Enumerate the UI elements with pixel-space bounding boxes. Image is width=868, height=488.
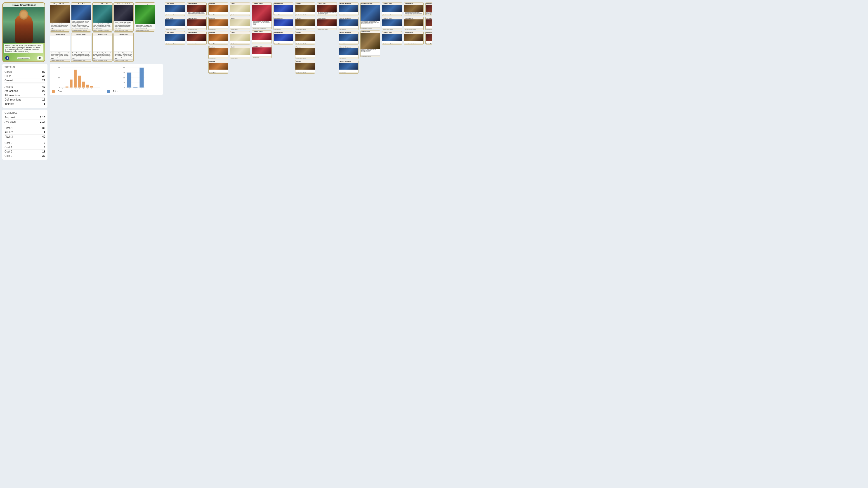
staunch-response-large[interactable]: Staunch Response Crush - If Staunch Resp…: [360, 2, 380, 29]
cost2-value: 18: [42, 150, 45, 153]
emerging-power-1[interactable]: Emerging Power Guardian Action: [252, 30, 272, 44]
crippling-crush-3[interactable]: Crippling Crush Guardian Action - Attack: [187, 31, 207, 45]
card-crater-title: Crater Fist: [71, 3, 91, 5]
double-2[interactable]: Double Guardian Action: [230, 17, 250, 30]
staunch-response-3[interactable]: Staunch Response Guardian Action: [339, 31, 359, 45]
towering-titan-2[interactable]: Towering Titan Guardian Action - Attack: [382, 17, 402, 30]
spinal-crush-2[interactable]: Spinal Crush Guardian Action - Attack: [317, 17, 337, 30]
pummel-4[interactable]: Pummel Guardian Action - Attack: [295, 46, 315, 59]
card-nullrune-gloves[interactable]: Nullrune Gloves Arcane Barrier 1 (If you…: [71, 33, 91, 62]
card-nullrune-boots-footer: Generic Equipment - Legs: [50, 59, 70, 61]
debilitate-2[interactable]: Debilitate Guardian Action: [209, 17, 228, 30]
svg-text:30: 30: [123, 72, 125, 74]
svg-text:0: 0: [59, 87, 60, 89]
class-value: 48: [42, 74, 45, 78]
fate-foreseen-2[interactable]: Fate Foreseen Guardian Action: [274, 17, 293, 30]
come-to-fight-2[interactable]: Come to Fight Guardian Action - Attack: [165, 17, 185, 30]
emerging-power-2[interactable]: Emerging Power Guardian Action: [252, 45, 272, 58]
general-heading: GENERAL: [4, 111, 45, 114]
card-ironrot-art: [135, 5, 155, 24]
card-helm[interactable]: Helm of Iren's Peak Action — Destroy Hel…: [114, 2, 134, 32]
hero-name: Bravo, Showstopper: [3, 3, 44, 7]
debilitate-3[interactable]: Debilitate Guardian Action: [209, 31, 228, 45]
col-fate-foreseen: Fate Foreseen Guardian Action Fate Fores…: [274, 2, 294, 160]
pitch2-label: Pitch 2: [4, 131, 13, 134]
towering-titan-3[interactable]: Towering Titan Guardian Action - Attack: [382, 31, 402, 45]
buckling-blow-1[interactable]: Buckling Blow As an additional cost to p…: [404, 2, 424, 16]
card-ironrot[interactable]: Ironrot Legs Blade Break (If you defend …: [135, 2, 155, 32]
card-heartened[interactable]: Heartened Cross Strap Action — Destroy H…: [92, 2, 113, 32]
card-nullrune-robe[interactable]: Nullrune Robe Arcane Barrier 1 (If you h…: [114, 33, 134, 62]
fate-foreseen-3[interactable]: Fate Foreseen Guardian Action: [274, 31, 293, 45]
col-crippling-crush: Crippling Crush Crush - If Crippling Cru…: [187, 2, 207, 160]
card-crater[interactable]: Crater Fist Action — Destroy Crater Fist…: [71, 2, 91, 32]
come-to-fight-1[interactable]: Come to Fight Guardian Action - Attack: [165, 2, 185, 16]
come-to-fight-art: [165, 5, 185, 12]
double-4[interactable]: Double Guardian Action: [230, 46, 250, 59]
staunch-response-2[interactable]: Staunch Response Guardian Action: [339, 17, 359, 30]
card-ironrot-footer: Generic Equipment - Legs: [135, 29, 155, 31]
card-nullrune-boots[interactable]: Nullrune Boots Arcane Barrier 1 (If you …: [50, 33, 70, 62]
card-sledge-footer: Guardian Equipment - Axe: [50, 29, 70, 31]
hero-intellect-badge: 4: [5, 56, 10, 61]
staunch-response-5[interactable]: Staunch Response Guardian Action: [339, 60, 359, 74]
debilitate-5[interactable]: Debilitate Guardian Action: [209, 60, 228, 74]
svg-rect-12: [74, 70, 76, 88]
crippling-crush-1[interactable]: Crippling Crush Crush - If Crippling Cru…: [187, 2, 207, 16]
staunch-response-4[interactable]: Staunch Response Guardian Action: [339, 46, 359, 59]
card-heartened-art: [93, 5, 112, 23]
avg-cost-label: Avg cost: [4, 116, 15, 119]
col-towering-titan: Towering Titan Guardian Action - Attack …: [382, 2, 402, 160]
card-nullrune-gloves-title: Nullrune Gloves: [71, 33, 91, 35]
emerging-power-large[interactable]: Emerging Power Bravo Specialization (You…: [252, 2, 272, 29]
fate-foreseen-1[interactable]: Fate Foreseen Guardian Action: [274, 2, 293, 16]
double-1[interactable]: Double Guardian Action: [230, 2, 250, 16]
buckling-blow-2[interactable]: Buckling Blow Guardian Defensive Reactio…: [404, 17, 424, 30]
card-nullrune-boots-text: Arcane Barrier 1 (If you have would be d…: [50, 52, 70, 59]
card-helm-text: Action — Destroy Helm of Iren's Peak: Ba…: [114, 21, 133, 29]
remembrance-large[interactable]: Remembrance Shuffle up to 3 action cards…: [360, 30, 380, 57]
debilitate-4[interactable]: Debilitate Guardian Action: [209, 46, 228, 59]
cartilage-crush-2[interactable]: Cartilage Crush Guardian Action - Attack: [426, 17, 432, 30]
svg-text:20: 20: [58, 66, 60, 68]
staunch-response-1[interactable]: Staunch Response Guardian Action: [339, 2, 359, 16]
card-nullrune-hood[interactable]: Nullrune Hood Arcane Barrier 1 (If you h…: [92, 33, 113, 62]
cost0-label: Cost 0: [4, 141, 12, 144]
card-helm-art: [114, 5, 133, 21]
cost3plus-label: Cost 3+: [4, 154, 14, 158]
card-nullrune-gloves-art: [71, 35, 91, 52]
svg-rect-20: [90, 86, 93, 88]
buckling-blow-3[interactable]: Buckling Blow Guardian Defensive Reactio…: [404, 31, 424, 45]
crippling-crush-2[interactable]: Crippling Crush Guardian Action - Attack: [187, 17, 207, 30]
card-nullrune-robe-text: Arcane Barrier 1 (If you have would be d…: [114, 52, 133, 59]
card-nullrune-hood-text: Arcane Barrier 1 (If you have would be d…: [93, 52, 112, 59]
towering-titan-1[interactable]: Towering Titan Guardian Action - Attack: [382, 2, 402, 16]
pitch3-label: Pitch 3: [4, 135, 13, 138]
card-sledge[interactable]: Sledge of Anvilheim Action — ●●●● Attack…: [50, 2, 70, 32]
cost3plus-value: 39: [42, 154, 45, 158]
pummel-5[interactable]: Pummel Guardian Action - Attack: [295, 60, 315, 74]
pummel-1[interactable]: Pummel Guardian Action - Attack: [295, 2, 315, 16]
spinal-crush-1[interactable]: Spinal Crush Opt 1 (Look at the top card…: [317, 2, 337, 16]
general-section: GENERAL Avg cost 3.10 Avg pitch 2.14 Pit…: [2, 109, 48, 160]
svg-text:20: 20: [123, 77, 125, 79]
svg-text:3: 3: [75, 88, 76, 89]
come-to-fight-3[interactable]: Come to Fight Guardian Action - Attack: [165, 31, 185, 45]
totals-heading: TOTALS: [4, 66, 45, 68]
pitch-legend-label: Pitch: [113, 90, 118, 93]
cartilage-crush-1[interactable]: Cartilage Crush Crush - If Cartilage Cru…: [426, 2, 432, 16]
pitch1-label: Pitch 1: [4, 127, 13, 130]
svg-text:9: 9: [91, 88, 92, 89]
svg-text:10: 10: [123, 82, 125, 84]
pitch2-value: 1: [43, 131, 45, 134]
card-crater-text: Action — Destroy Crater Fist: Your attac…: [71, 20, 91, 29]
cartilage-crush-3[interactable]: Cartilage Crush Guardian Action - Attack: [426, 31, 432, 45]
pummel-3[interactable]: Pummel Guardian Action - Attack: [295, 31, 315, 45]
pummel-2[interactable]: Pummel Guardian Action - Attack: [295, 17, 315, 30]
generic-label: Generic: [4, 79, 14, 82]
hero-ability-text: Action — Until end of turn, your attack …: [4, 44, 43, 53]
double-3[interactable]: Double Guardian Action: [230, 31, 250, 45]
debilitate-1[interactable]: Debilitate Guardian Action: [209, 2, 228, 16]
avg-pitch-value: 2.14: [40, 120, 45, 123]
col-double: Double Guardian Action Double Guardian A…: [230, 2, 250, 160]
